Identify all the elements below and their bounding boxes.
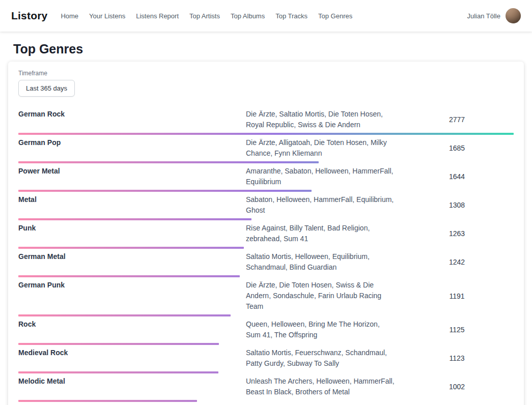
genre-row: German Pop Die Ärzte, Alligatoah, Die To… — [18, 135, 514, 163]
genre-row: Punk Rise Against, Billy Talent, Bad Rel… — [18, 220, 514, 249]
nav-item-your-listens[interactable]: Your Listens — [89, 12, 125, 20]
genre-count: 1242 — [400, 258, 514, 266]
genre-count: 1263 — [400, 229, 514, 238]
genre-table-body: German Rock Die Ärzte, Saltatio Mortis, … — [18, 106, 514, 405]
genre-row: Metal Sabaton, Helloween, HammerFall, Eq… — [18, 192, 514, 220]
genre-row: Rock Queen, Helloween, Bring Me The Hori… — [18, 316, 514, 345]
timeframe-select[interactable]: Last 365 days — [18, 80, 75, 97]
genre-artists: Unleash The Archers, Helloween, HammerFa… — [246, 376, 400, 397]
nav-item-top-artists[interactable]: Top Artists — [189, 12, 220, 20]
main-nav: Home Your Listens Listens Report Top Art… — [61, 12, 352, 20]
genre-name: Melodic Metal — [18, 376, 246, 397]
genre-row: Medieval Rock Saltatio Mortis, Feuerschw… — [18, 345, 514, 373]
genre-count: 1123 — [400, 354, 514, 362]
genre-artists: Saltatio Mortis, Helloween, Equilibrium,… — [246, 251, 400, 273]
timeframe-label: Timeframe — [18, 70, 514, 77]
user-name: Julian Tölle — [467, 12, 500, 20]
nav-item-top-albums[interactable]: Top Albums — [231, 12, 265, 20]
genre-artists: Saltatio Mortis, Feuerschwanz, Schandmau… — [246, 348, 400, 369]
page-title: Top Genres — [13, 42, 519, 56]
genre-row: German Rock Die Ärzte, Saltatio Mortis, … — [18, 106, 514, 135]
genre-artists: Amaranthe, Sabaton, Helloween, HammerFal… — [246, 166, 400, 187]
genre-name: Medieval Rock — [18, 348, 246, 369]
genre-name: Power Metal — [18, 166, 246, 187]
genre-name: Rock — [18, 319, 246, 340]
genre-artists: Rise Against, Billy Talent, Bad Religion… — [246, 223, 400, 244]
genre-artists: Die Ärzte, Saltatio Mortis, Die Toten Ho… — [246, 109, 400, 130]
genre-name: German Rock — [18, 109, 246, 130]
genre-row: German Indie Bukahara, Käptn Peng, KYTES… — [18, 402, 514, 405]
genre-count: 1685 — [400, 144, 514, 152]
genre-name: German Punk — [18, 280, 246, 312]
genre-count: 1644 — [400, 172, 514, 181]
genre-count: 2777 — [400, 115, 514, 124]
genre-artists: Queen, Helloween, Bring Me The Horizon, … — [246, 319, 400, 340]
genre-row: German Punk Die Ärzte, Die Toten Hosen, … — [18, 277, 514, 316]
genre-artists: Die Ärzte, Die Toten Hosen, Swiss & Die … — [246, 280, 400, 312]
genre-artists: Sabaton, Helloween, HammerFall, Equilibr… — [246, 194, 400, 216]
top-navbar: Listory Home Your Listens Listens Report… — [0, 0, 532, 32]
user-menu[interactable]: Julian Tölle — [467, 8, 521, 23]
genre-name: German Metal — [18, 251, 246, 273]
top-genres-card: Timeframe Last 365 days German Rock Die … — [8, 62, 524, 405]
genre-name: Metal — [18, 194, 246, 216]
genre-name: German Pop — [18, 137, 246, 159]
nav-item-top-genres[interactable]: Top Genres — [318, 12, 352, 20]
main-content: Top Genres Timeframe Last 365 days Germa… — [0, 42, 532, 405]
genre-count: 1125 — [400, 326, 514, 334]
genre-row: Melodic Metal Unleash The Archers, Hello… — [18, 373, 514, 402]
nav-item-home[interactable]: Home — [61, 12, 78, 20]
app-logo[interactable]: Listory — [11, 10, 47, 22]
user-avatar[interactable] — [506, 8, 521, 23]
genre-row: Power Metal Amaranthe, Sabaton, Hellowee… — [18, 163, 514, 192]
genre-name: Punk — [18, 223, 246, 244]
nav-item-listens-report[interactable]: Listens Report — [136, 12, 179, 20]
genre-artists: Die Ärzte, Alligatoah, Die Toten Hosen, … — [246, 137, 400, 159]
nav-item-top-tracks[interactable]: Top Tracks — [275, 12, 307, 20]
genre-count: 1308 — [400, 201, 514, 209]
genre-count: 1002 — [400, 383, 514, 391]
genre-count: 1191 — [400, 292, 514, 300]
genre-row: German Metal Saltatio Mortis, Helloween,… — [18, 249, 514, 277]
